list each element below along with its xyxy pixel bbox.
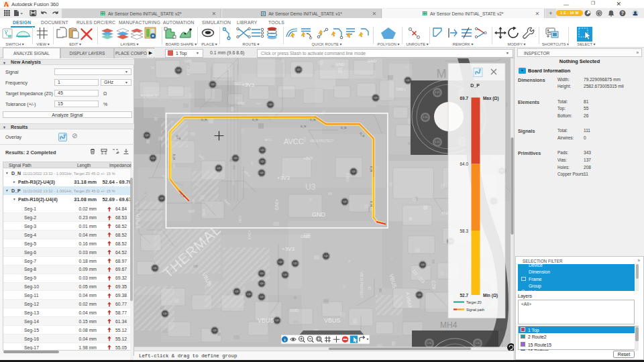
svg-text:+3V3: +3V3 xyxy=(241,82,254,88)
svg-text:1-15: 1-15 xyxy=(324,255,329,257)
svg-text:PQ 00(X)_1: PQ 00(X)_1 xyxy=(141,95,157,98)
svg-text:D_N: D_N xyxy=(172,154,176,160)
svg-text:GND: GND xyxy=(312,211,326,218)
svg-text:GND: GND xyxy=(237,101,246,105)
svg-text:D_N: D_N xyxy=(201,118,207,121)
svg-text:C: C xyxy=(368,287,372,290)
svg-text:1-15: 1-15 xyxy=(423,116,428,119)
svg-text:C28: C28 xyxy=(431,280,436,290)
svg-text:1-15: 1-15 xyxy=(145,134,150,137)
svg-text:1-15: 1-15 xyxy=(435,91,440,94)
svg-text:1-15: 1-15 xyxy=(343,200,347,203)
svg-text:D_N: D_N xyxy=(310,118,315,121)
svg-text:1-15: 1-15 xyxy=(352,170,356,173)
svg-text:VBUS: VBUS xyxy=(258,317,274,324)
svg-text:1-15: 1-15 xyxy=(374,97,378,99)
svg-text:DEC: DEC xyxy=(234,82,241,86)
svg-text:R4: R4 xyxy=(441,210,449,217)
svg-text:GND: GND xyxy=(335,62,345,66)
svg-text:1-15: 1-15 xyxy=(260,282,264,285)
svg-text:Signal path: Signal path xyxy=(466,308,484,312)
svg-text:1-15: 1-15 xyxy=(176,69,181,72)
svg-text:1-15: 1-15 xyxy=(217,167,221,170)
svg-text:?: ? xyxy=(621,11,624,15)
svg-text:A-REF: A-REF xyxy=(345,173,349,182)
svg-text:1-15: 1-15 xyxy=(260,272,264,275)
svg-text:D_N: D_N xyxy=(370,201,373,206)
svg-text:D_P: D_P xyxy=(470,83,480,88)
svg-text:GND L: GND L xyxy=(396,87,407,91)
svg-text:VBUS PROTECT: VBUS PROTECT xyxy=(310,139,333,143)
svg-text:1-31: 1-31 xyxy=(476,342,480,345)
svg-text:VBUS: VBUS xyxy=(135,214,141,229)
svg-text:VBUS: VBUS xyxy=(324,317,341,324)
svg-text:1-15: 1-15 xyxy=(268,103,273,106)
svg-text:1-15: 1-15 xyxy=(151,157,156,160)
svg-text:64.0: 64.0 xyxy=(460,162,469,166)
svg-text:+3V3: +3V3 xyxy=(277,175,290,181)
svg-text:AVCC: AVCC xyxy=(265,138,272,141)
svg-text:i: i xyxy=(284,337,286,343)
svg-text:1-15: 1-15 xyxy=(421,263,425,266)
svg-text:GND: GND xyxy=(184,59,193,63)
svg-text:1-15: 1-15 xyxy=(260,296,264,298)
svg-text:58.3: 58.3 xyxy=(460,229,469,233)
svg-text:GND: GND xyxy=(290,308,299,312)
svg-text:+3V3: +3V3 xyxy=(303,156,313,160)
svg-text:D_N: D_N xyxy=(252,118,258,121)
svg-text:M: M xyxy=(437,67,447,80)
svg-text:+3V3: +3V3 xyxy=(186,66,191,76)
svg-text:1-15: 1-15 xyxy=(233,157,238,160)
svg-text:1-15: 1-15 xyxy=(213,329,217,332)
svg-text:1-31: 1-31 xyxy=(427,342,432,345)
svg-text:1-15: 1-15 xyxy=(163,312,168,315)
svg-text:1-15: 1-15 xyxy=(160,197,164,200)
svg-text:+3V3: +3V3 xyxy=(248,230,252,240)
svg-text:D_N: D_N xyxy=(341,126,346,129)
svg-text:1-15: 1-15 xyxy=(406,79,411,82)
svg-text:69.7: 69.7 xyxy=(460,96,469,101)
svg-text:1-15: 1-15 xyxy=(275,319,280,322)
svg-text:1-15: 1-15 xyxy=(247,293,252,296)
svg-text:D_N: D_N xyxy=(370,166,373,172)
svg-text:1-15: 1-15 xyxy=(235,290,239,293)
svg-text:U3: U3 xyxy=(305,182,316,192)
svg-text:AVCC: AVCC xyxy=(284,137,304,145)
svg-text:Target Z0: Target Z0 xyxy=(466,300,482,304)
svg-text:Max (Ω): Max (Ω) xyxy=(483,96,499,101)
svg-text:1-15: 1-15 xyxy=(260,160,265,163)
svg-text:1-15: 1-15 xyxy=(278,261,283,263)
svg-text:GND: GND xyxy=(202,209,205,217)
svg-text:1-15: 1-15 xyxy=(260,172,264,174)
svg-text:+3V3: +3V3 xyxy=(274,199,279,210)
svg-text:1-15: 1-15 xyxy=(260,149,265,152)
svg-text:1-15: 1-15 xyxy=(435,141,440,143)
svg-text:MH4: MH4 xyxy=(440,320,458,330)
svg-text:D_N: D_N xyxy=(301,125,306,128)
svg-text:1-15: 1-15 xyxy=(283,274,288,276)
svg-text:GND: GND xyxy=(368,59,377,63)
svg-text:1-15: 1-15 xyxy=(417,294,422,296)
svg-text:GND: GND xyxy=(303,233,311,237)
svg-text:52.7: 52.7 xyxy=(460,293,469,298)
svg-text:Min (Ω): Min (Ω) xyxy=(483,293,498,298)
svg-text:1-15: 1-15 xyxy=(211,83,215,86)
svg-text:VBUS PROTECT: VBUS PROTECT xyxy=(360,272,364,298)
svg-text:1-15: 1-15 xyxy=(293,262,298,265)
svg-text:1-15: 1-15 xyxy=(153,267,158,269)
svg-text:GND: GND xyxy=(238,216,241,223)
svg-text:+3V3: +3V3 xyxy=(282,246,294,252)
svg-text:C5: C5 xyxy=(413,198,417,202)
svg-text:1-15: 1-15 xyxy=(297,68,301,71)
